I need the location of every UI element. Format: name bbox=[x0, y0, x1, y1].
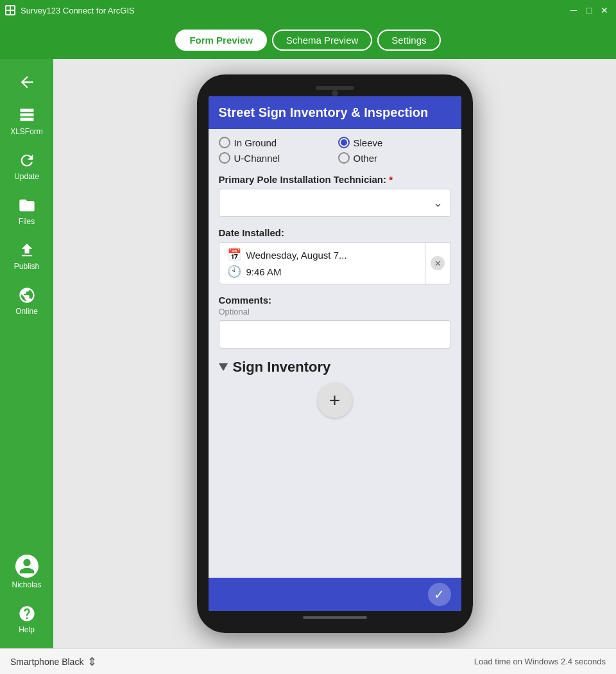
device-label: Smartphone Black bbox=[10, 657, 83, 667]
device-selector[interactable]: Smartphone Black ⇕ bbox=[10, 655, 97, 669]
radio-in-ground-label: In Ground bbox=[234, 137, 277, 148]
comments-label: Comments: bbox=[219, 295, 451, 306]
title-bar: Survey123 Connect for ArcGIS ─ □ ✕ bbox=[0, 0, 616, 21]
radio-circle-in-ground bbox=[219, 137, 230, 148]
minimize-button[interactable]: ─ bbox=[567, 4, 580, 17]
form-body[interactable]: In Ground Sleeve U-Channel bbox=[209, 129, 461, 578]
sidebar-item-online[interactable]: Online bbox=[0, 279, 53, 324]
phone-mockup: Street Sign Inventory & Inspection In Gr… bbox=[197, 74, 473, 633]
triangle-expand-icon bbox=[219, 363, 228, 371]
submit-button[interactable]: ✓ bbox=[428, 583, 451, 606]
comments-optional: Optional bbox=[219, 307, 451, 316]
radio-circle-sleeve bbox=[338, 137, 350, 148]
form-header: Street Sign Inventory & Inspection bbox=[209, 96, 461, 129]
sidebar-item-help[interactable]: Help bbox=[0, 597, 53, 642]
phone-home-bar bbox=[303, 616, 367, 619]
avatar bbox=[15, 555, 38, 578]
phone-camera bbox=[332, 90, 338, 96]
svg-rect-1 bbox=[11, 6, 14, 10]
status-bar: Smartphone Black ⇕ Load time on Windows … bbox=[0, 648, 616, 674]
date-field-container: 📅 Wednesday, August 7... 🕙 9:46 AM ✕ bbox=[219, 242, 451, 284]
load-time-text: Load time on Windows 2.4 seconds bbox=[474, 657, 606, 666]
app-title: Survey123 Connect for ArcGIS bbox=[21, 6, 562, 15]
radio-other-label: Other bbox=[354, 153, 378, 164]
date-row: 📅 Wednesday, August 7... bbox=[227, 248, 417, 262]
svg-rect-0 bbox=[6, 6, 10, 10]
sign-inventory-header: Sign Inventory bbox=[219, 359, 451, 376]
sidebar-item-files-label: Files bbox=[19, 217, 35, 226]
tab-schema-preview[interactable]: Schema Preview bbox=[272, 30, 373, 51]
sidebar-item-publish[interactable]: Publish bbox=[0, 234, 53, 279]
time-value: 9:46 AM bbox=[246, 266, 282, 277]
sidebar-user-label: Nicholas bbox=[12, 580, 41, 589]
sidebar-item-online-label: Online bbox=[15, 307, 38, 316]
sidebar: XLSForm Update Files Publish Online Nich… bbox=[0, 59, 53, 648]
calendar-icon: 📅 bbox=[227, 248, 241, 262]
comments-input[interactable] bbox=[219, 320, 451, 349]
window-controls: ─ □ ✕ bbox=[567, 4, 611, 17]
time-row: 🕙 9:46 AM bbox=[227, 264, 417, 279]
svg-rect-3 bbox=[11, 11, 14, 14]
sidebar-item-files[interactable]: Files bbox=[0, 189, 53, 234]
radio-group-mounting: In Ground Sleeve U-Channel bbox=[219, 137, 451, 164]
tab-settings[interactable]: Settings bbox=[377, 30, 440, 51]
pole-installation-label: Primary Pole Installation Technician: * bbox=[219, 174, 451, 185]
dropdown-chevron-icon: ⌄ bbox=[433, 196, 443, 210]
tab-bar: Form Preview Schema Preview Settings bbox=[0, 21, 616, 59]
radio-other[interactable]: Other bbox=[338, 152, 451, 164]
date-value: Wednesday, August 7... bbox=[246, 250, 347, 261]
clock-icon: 🕙 bbox=[227, 264, 241, 279]
date-field-main[interactable]: 📅 Wednesday, August 7... 🕙 9:46 AM bbox=[219, 242, 425, 284]
phone-screen: Street Sign Inventory & Inspection In Gr… bbox=[209, 96, 461, 611]
radio-u-channel[interactable]: U-Channel bbox=[219, 152, 332, 164]
device-arrows-icon[interactable]: ⇕ bbox=[87, 655, 97, 669]
sidebar-item-update-label: Update bbox=[14, 172, 39, 181]
tab-form-preview[interactable]: Form Preview bbox=[175, 30, 266, 51]
add-sign-button[interactable]: + bbox=[318, 383, 352, 418]
sidebar-help-label: Help bbox=[19, 625, 35, 634]
radio-u-channel-label: U-Channel bbox=[234, 153, 280, 164]
form-title: Street Sign Inventory & Inspection bbox=[219, 105, 429, 119]
required-marker: * bbox=[389, 174, 393, 185]
app-icon bbox=[5, 5, 15, 15]
radio-circle-other bbox=[338, 152, 350, 164]
sign-inventory-title: Sign Inventory bbox=[233, 359, 331, 376]
maximize-button[interactable]: □ bbox=[583, 4, 595, 17]
sidebar-item-back[interactable] bbox=[0, 65, 53, 99]
radio-circle-u-channel bbox=[219, 152, 230, 164]
sidebar-item-update[interactable]: Update bbox=[0, 144, 53, 189]
content-area: Street Sign Inventory & Inspection In Gr… bbox=[53, 59, 616, 648]
radio-sleeve[interactable]: Sleeve bbox=[338, 137, 451, 148]
radio-in-ground[interactable]: In Ground bbox=[219, 137, 332, 148]
main-layout: XLSForm Update Files Publish Online Nich… bbox=[0, 59, 616, 648]
sidebar-item-xlsform-label: XLSForm bbox=[10, 127, 43, 136]
date-installed-label: Date Installed: bbox=[219, 227, 451, 238]
pole-installation-select[interactable]: ⌄ bbox=[219, 189, 451, 217]
clear-x-icon: ✕ bbox=[431, 256, 445, 270]
close-button[interactable]: ✕ bbox=[598, 4, 611, 17]
sidebar-item-user[interactable]: Nicholas bbox=[0, 547, 53, 597]
svg-rect-2 bbox=[6, 11, 10, 14]
radio-sleeve-label: Sleeve bbox=[354, 137, 383, 148]
date-clear-button[interactable]: ✕ bbox=[425, 242, 451, 284]
form-footer: ✓ bbox=[209, 578, 461, 611]
sidebar-item-xlsform[interactable]: XLSForm bbox=[0, 99, 53, 144]
form-section-radio: In Ground Sleeve U-Channel bbox=[209, 129, 461, 436]
sidebar-item-publish-label: Publish bbox=[14, 262, 39, 271]
